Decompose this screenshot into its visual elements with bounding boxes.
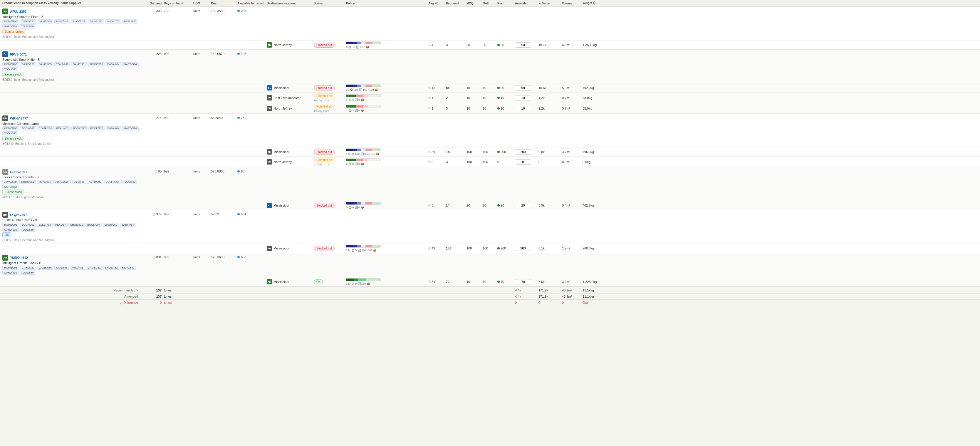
header-status: Status: [314, 2, 346, 5]
product-code[interactable]: FRVS-8071: [10, 53, 27, 56]
on-hand-cell: ⓘ 979: [140, 212, 164, 217]
value-cell: 1.2k: [538, 107, 562, 110]
policy-numbers: 120 🏠 600 🔄 324 / 312 📦: [346, 153, 428, 155]
amended-input[interactable]: [515, 159, 531, 164]
policy-bar: [346, 245, 381, 248]
tag: HOME/993: [2, 223, 19, 227]
value-cell: 18.7k: [538, 43, 562, 47]
rec-cell: 10: [497, 96, 515, 100]
rec-dot: [497, 97, 500, 99]
tag: SHOE/421: [71, 19, 87, 24]
amend-weight: 11.1kkg: [582, 295, 603, 298]
status-badge: Stocked out: [314, 150, 335, 155]
policy-bar: [346, 41, 381, 45]
destination-location: BLMississippi: [267, 85, 314, 91]
destination-location: BLMississippi: [267, 203, 314, 208]
value-cell: 8.1k: [538, 247, 562, 250]
tag: GAME/535: [37, 19, 54, 24]
location-avatar: BM: [267, 159, 272, 164]
tag: BOOK/297: [86, 223, 102, 227]
amended-input[interactable]: [515, 95, 531, 100]
uom-cell: units: [193, 115, 211, 119]
product-code[interactable]: AIWL-2293: [10, 10, 26, 13]
amended-input[interactable]: [515, 42, 531, 48]
header-dest: Destination location: [267, 2, 314, 5]
weight-cell: 792.0kg: [582, 86, 603, 89]
product-tags: HOME/993GARD/720GAME/535TOYS/698GAME/331…: [2, 62, 140, 72]
location-name: Mississippi: [274, 150, 289, 154]
product-code[interactable]: CLBS-1391: [10, 170, 27, 174]
value-cell: 1.2k: [538, 96, 562, 100]
product-info-cell: AHYMRQ-4342Intelligent Granite Chair - B…: [2, 255, 140, 275]
moq-cell: 10: [466, 96, 483, 100]
tag: GARD/516: [122, 126, 138, 131]
required-cell: 140: [446, 150, 466, 154]
mult-cell: 20: [483, 204, 497, 207]
product-description: Mediocre Concrete Lamp: [2, 122, 140, 126]
diff-unit: Lines: [164, 301, 193, 305]
product-code[interactable]: WRNV-7477: [10, 117, 28, 120]
header-weight: Weight ⓘ: [582, 1, 603, 5]
destination-location: AMMississippi: [267, 279, 314, 284]
product-avatar: BM: [2, 212, 8, 218]
destination-row: BLMississippiStocked out31 🏠 288 🔄 192 /…: [0, 83, 980, 92]
destination-location: AMNorth Jeffrey: [267, 42, 314, 48]
tag: TOYS/426: [70, 180, 86, 184]
tag: MUG/486: [70, 266, 85, 270]
product-description: Synergistic Steel Knife - B: [2, 58, 140, 61]
amended-input[interactable]: [515, 85, 531, 91]
uom-cell: units: [193, 212, 211, 216]
policy-cell: 0 🏠 0 🔄 0 📦: [346, 202, 428, 209]
header-uom: UOM: [193, 2, 211, 5]
required-cell: 84: [446, 86, 466, 89]
product-list: AHAIWL-2293Intelligent Concrete Plate - …: [0, 7, 980, 287]
diff-vol: 0: [538, 301, 562, 305]
policy-cell: 1 🏠 9 🔄 0 📦: [346, 94, 428, 101]
header-mult: Mult: [483, 2, 497, 5]
days-on-hand-cell: 766: [164, 8, 193, 13]
weight-cell: 1,225.0kg: [582, 280, 603, 284]
amended-cell: [515, 42, 538, 48]
avg-fc-cell: ⓘ 34: [428, 280, 446, 284]
mult-cell: 50: [483, 43, 497, 47]
avg-fc-cell: ⓘ 1: [428, 106, 446, 110]
footer-diff: △ Difference 0 Lines 0 0 0 0kg: [0, 299, 980, 306]
product-code[interactable]: YMRQ-4342: [10, 256, 28, 260]
tag: SPOR/980: [103, 223, 119, 227]
product-code[interactable]: LYQH-7597: [10, 213, 27, 217]
recommended-label: Recommended >: [2, 288, 140, 292]
moq-cell: 100: [466, 160, 483, 164]
volume-cell: 5.9m³: [562, 86, 582, 89]
amended-input[interactable]: [515, 149, 531, 155]
amended-input[interactable]: [515, 279, 531, 284]
moq-cell: 100: [466, 150, 483, 154]
amended-count: 137: [140, 295, 164, 298]
tag: GARD/516: [2, 24, 19, 29]
product-tags: HOME/993GARD/720GAME/535KIDS/698MUG/486G…: [2, 266, 140, 275]
tag: BOOK/270: [88, 126, 105, 131]
header-onhand: On hand: [140, 2, 164, 5]
mult-cell: 10: [483, 280, 497, 284]
policy-bar: [346, 148, 381, 151]
rec-cell: 10: [497, 107, 515, 110]
policy-numbers: 244 🏠 0 🔄 336 / 300 📦: [346, 249, 428, 252]
policy-cell: 133 🏠 0 🔄 180 📦: [346, 278, 428, 285]
mult-cell: 10: [483, 107, 497, 110]
avg-fc-cell: ⓘ 5: [428, 204, 446, 207]
days-on-hand-cell: 999: [164, 51, 193, 56]
rec-cell: 0: [497, 160, 515, 164]
avg-fc-cell: ⓘ 6: [428, 160, 446, 164]
product-description: Intelligent Concrete Plate - B: [2, 15, 140, 19]
tag: BOOK/262: [20, 126, 37, 131]
product-description: Sleek Concrete Pants - B: [2, 175, 140, 179]
tag: BABY/914: [120, 223, 136, 227]
date-note: 19 May 2023: [314, 99, 329, 102]
amended-input[interactable]: [515, 106, 531, 111]
rec-dot: [497, 204, 500, 207]
amended-input[interactable]: [515, 245, 531, 251]
policy-bar: [346, 278, 381, 281]
destination-row: BMMississippiStocked out244 🏠 0 🔄 336 / …: [0, 244, 980, 253]
amended-input[interactable]: [515, 203, 531, 208]
product-tags: HOME/993BOOK/262COMP/184BEAU/431BOOK/297…: [2, 126, 140, 135]
uom-cell: units: [193, 51, 211, 56]
